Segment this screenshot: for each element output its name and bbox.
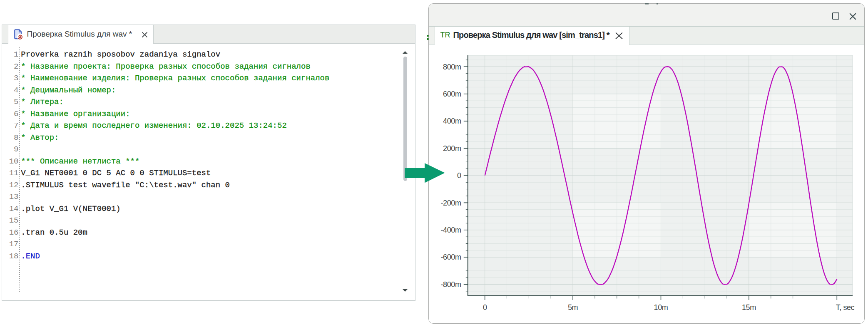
svg-text:200m: 200m [443, 144, 461, 153]
svg-text:-400m: -400m [440, 226, 461, 234]
svg-text:0: 0 [457, 171, 461, 180]
svg-text:-200m: -200m [440, 199, 461, 207]
svg-text:-600m: -600m [440, 253, 461, 261]
svg-text:600m: 600m [443, 90, 461, 98]
svg-text:T, sec: T, sec [836, 303, 855, 312]
svg-text:0: 0 [483, 303, 487, 312]
svg-text:5m: 5m [568, 303, 578, 312]
svg-text:800m: 800m [443, 63, 461, 71]
svg-text:15m: 15m [742, 303, 756, 312]
svg-text:400m: 400m [443, 117, 461, 125]
svg-text:10m: 10m [654, 303, 668, 312]
svg-text:-800m: -800m [440, 280, 461, 289]
